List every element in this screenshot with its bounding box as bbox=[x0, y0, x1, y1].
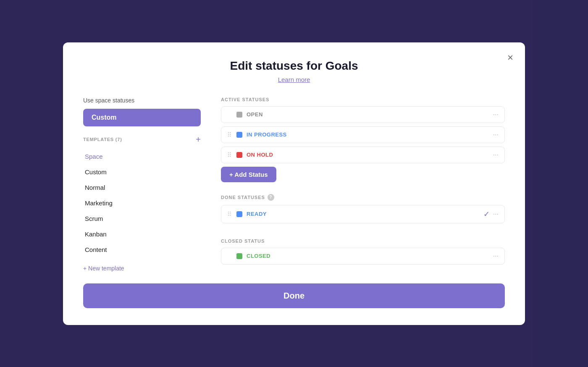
inprogress-status-actions: ··· bbox=[493, 131, 499, 139]
inprogress-status-name: IN PROGRESS bbox=[247, 131, 489, 138]
onhold-status-name: ON HOLD bbox=[247, 152, 489, 158]
onhold-status-actions: ··· bbox=[493, 151, 499, 159]
status-row-inprogress: ⠿ IN PROGRESS ··· bbox=[221, 126, 505, 143]
ready-dot bbox=[236, 211, 242, 217]
modal-header: Edit statuses for Goals Learn more bbox=[83, 59, 505, 84]
open-dot bbox=[236, 112, 242, 118]
inprogress-dot bbox=[236, 132, 242, 138]
template-item-space[interactable]: Space bbox=[83, 149, 201, 163]
modal-body: Use space statuses Custom TEMPLATES (7) … bbox=[83, 97, 505, 273]
status-row-ready: ⠿ READY ✓ ··· bbox=[221, 205, 505, 223]
status-row-closed: ⠿ CLOSED ··· bbox=[221, 248, 505, 265]
custom-selected-button[interactable]: Custom bbox=[83, 109, 201, 126]
done-statuses-label: DONE STATUSES ? bbox=[221, 194, 505, 201]
add-status-button[interactable]: + Add Status bbox=[221, 167, 276, 182]
ready-more-icon[interactable]: ··· bbox=[493, 210, 499, 218]
onhold-more-icon[interactable]: ··· bbox=[493, 151, 499, 159]
template-item-scrum[interactable]: Scrum bbox=[83, 212, 201, 225]
onhold-dot bbox=[236, 152, 242, 158]
open-status-actions: ··· bbox=[493, 111, 499, 118]
drag-handle-inprogress[interactable]: ⠿ bbox=[227, 131, 231, 138]
closed-status-actions: ··· bbox=[493, 252, 499, 260]
use-space-label: Use space statuses bbox=[83, 97, 201, 104]
active-statuses-label: ACTIVE STATUSES bbox=[221, 97, 505, 102]
new-template-button[interactable]: + New template bbox=[83, 263, 124, 273]
template-item-normal[interactable]: Normal bbox=[83, 181, 201, 194]
edit-statuses-modal: × Edit statuses for Goals Learn more Use… bbox=[63, 42, 525, 325]
learn-more-link[interactable]: Learn more bbox=[278, 76, 310, 83]
ready-check-icon: ✓ bbox=[483, 210, 490, 219]
status-row-onhold: ⠿ ON HOLD ··· bbox=[221, 147, 505, 163]
closed-status-section: CLOSED STATUS ⠿ CLOSED ··· bbox=[221, 239, 505, 268]
modal-overlay: × Edit statuses for Goals Learn more Use… bbox=[0, 0, 588, 367]
template-item-kanban[interactable]: Kanban bbox=[83, 227, 201, 241]
left-panel: Use space statuses Custom TEMPLATES (7) … bbox=[83, 97, 201, 273]
templates-add-button[interactable]: + bbox=[196, 135, 201, 144]
closed-dot bbox=[236, 253, 242, 259]
close-button[interactable]: × bbox=[506, 51, 515, 64]
template-item-custom[interactable]: Custom bbox=[83, 165, 201, 179]
closed-status-name: CLOSED bbox=[247, 253, 489, 259]
closed-more-icon[interactable]: ··· bbox=[493, 252, 499, 260]
open-status-name: OPEN bbox=[247, 111, 489, 118]
inprogress-more-icon[interactable]: ··· bbox=[493, 131, 499, 139]
ready-status-name: READY bbox=[247, 211, 479, 217]
template-list: Space Custom Normal Marketing Scrum Kanb… bbox=[83, 149, 201, 257]
templates-header: TEMPLATES (7) + bbox=[83, 135, 201, 144]
drag-handle-ready[interactable]: ⠿ bbox=[227, 211, 231, 218]
modal-title: Edit statuses for Goals bbox=[83, 59, 505, 73]
ready-status-actions: ✓ ··· bbox=[483, 210, 499, 219]
right-panel: ACTIVE STATUSES ⠿ OPEN ··· ⠿ IN PROGRESS bbox=[221, 97, 505, 273]
closed-status-label: CLOSED STATUS bbox=[221, 239, 505, 244]
drag-handle-onhold[interactable]: ⠿ bbox=[227, 152, 231, 158]
template-item-content[interactable]: Content bbox=[83, 243, 201, 257]
template-item-marketing[interactable]: Marketing bbox=[83, 196, 201, 210]
done-button[interactable]: Done bbox=[83, 283, 505, 308]
done-statuses-section: DONE STATUSES ? ⠿ READY ✓ ··· bbox=[221, 194, 505, 227]
status-row-open: ⠿ OPEN ··· bbox=[221, 106, 505, 123]
open-more-icon[interactable]: ··· bbox=[493, 111, 499, 118]
templates-label: TEMPLATES (7) bbox=[83, 137, 122, 142]
done-help-icon: ? bbox=[268, 194, 274, 201]
active-statuses-section: ACTIVE STATUSES ⠿ OPEN ··· ⠿ IN PROGRESS bbox=[221, 97, 505, 182]
